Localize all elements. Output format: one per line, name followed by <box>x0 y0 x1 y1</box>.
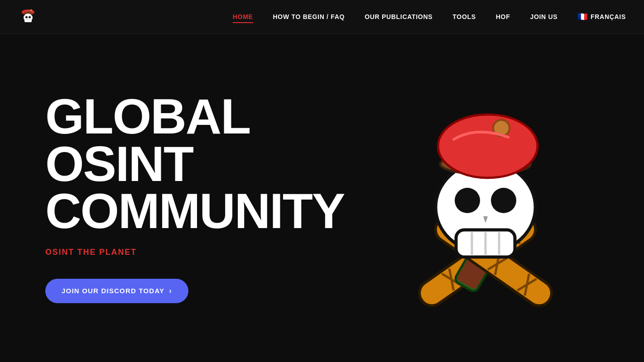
svg-point-5 <box>25 16 28 19</box>
nav-item-tools[interactable]: TOOLS <box>452 13 476 21</box>
nav-link-tools[interactable]: TOOLS <box>452 13 476 20</box>
svg-point-6 <box>29 16 31 19</box>
hero-mascot <box>372 67 599 329</box>
nav-link-lang[interactable]: 🇫🇷 Français <box>577 12 626 22</box>
nav-item-join-us[interactable]: JOIN US <box>530 13 557 21</box>
discord-button[interactable]: JOIN OUR DISCORD TODAY › <box>45 279 188 303</box>
svg-point-40 <box>491 188 516 213</box>
svg-point-39 <box>455 188 480 213</box>
nav-links: HOME HOW TO BEGIN / FAQ OUR PUBLICATIONS… <box>233 12 626 22</box>
nav-link-home[interactable]: HOME <box>233 13 253 23</box>
flag-icon: 🇫🇷 <box>577 12 588 22</box>
nav-item-lang[interactable]: 🇫🇷 Français <box>577 12 626 22</box>
hero-content: GLOBAL OSINT COMMUNITY OSINT THE PLANET … <box>45 93 344 303</box>
nav-link-join-us[interactable]: JOIN US <box>530 13 557 20</box>
hero-subtitle: OSINT THE PLANET <box>45 248 344 257</box>
nav-link-publications[interactable]: OUR PUBLICATIONS <box>365 13 433 20</box>
nav-link-how-to-begin[interactable]: HOW TO BEGIN / FAQ <box>273 13 345 20</box>
hero-section: GLOBAL OSINT COMMUNITY OSINT THE PLANET … <box>0 34 644 362</box>
nav-item-home[interactable]: HOME <box>233 13 253 21</box>
logo[interactable] <box>18 7 38 27</box>
nav-item-publications[interactable]: OUR PUBLICATIONS <box>365 13 433 21</box>
nav-item-how-to-begin[interactable]: HOW TO BEGIN / FAQ <box>273 13 345 21</box>
main-nav: HOME HOW TO BEGIN / FAQ OUR PUBLICATIONS… <box>0 0 644 34</box>
discord-button-label: JOIN OUR DISCORD TODAY <box>62 287 164 295</box>
nav-item-hof[interactable]: HoF <box>496 13 510 21</box>
hero-title: GLOBAL OSINT COMMUNITY <box>45 93 344 235</box>
svg-point-2 <box>30 10 33 12</box>
nav-link-hof[interactable]: HoF <box>496 13 510 20</box>
chevron-right-icon: › <box>169 287 172 295</box>
